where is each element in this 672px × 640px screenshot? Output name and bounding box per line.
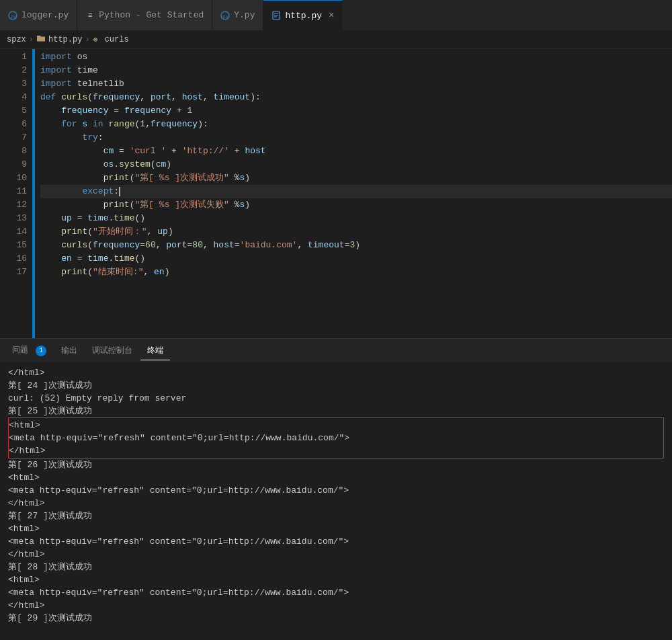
terminal-line-7: </html> (9, 444, 663, 457)
tab-label: http.py (285, 11, 322, 21)
terminal-line-2: 第[ 24 ]次测试成功 (8, 379, 664, 392)
problems-badge: 1 (36, 346, 46, 356)
code-line-2: import time (40, 64, 672, 77)
code-line-12: print("第[ %s ]次测试失败" %s) (40, 198, 672, 212)
panel-tab-bar: 问题 1 输出 调试控制台 终端 (0, 339, 672, 362)
svg-text:⊕: ⊕ (93, 36, 97, 44)
tab-logger[interactable]: py logger.py (0, 0, 77, 30)
close-tab-button[interactable]: × (329, 10, 334, 21)
code-line-7: try: (40, 131, 672, 145)
tab-httppy[interactable]: http.py × (263, 0, 343, 30)
terminal-line-16: 第[ 28 ]次测试成功 (8, 561, 664, 573)
tab-problems[interactable]: 问题 1 (5, 340, 53, 360)
code-line-1: import os (40, 50, 672, 64)
terminal-line-14: <meta http-equiv="refresh" content="0;ur… (8, 535, 664, 548)
code-line-6: for s in range(1,frequency): (40, 118, 672, 131)
tab-getstarted[interactable]: ≡ Python - Get Started (77, 0, 212, 30)
terminal-line-11: </html> (8, 497, 664, 510)
code-line-17: print("结束时间:", en) (40, 266, 672, 279)
tab-terminal[interactable]: 终端 (140, 341, 170, 360)
terminal-line-3: curl: (52) Empty reply from server (8, 392, 664, 405)
tab-label: Y.py (234, 10, 255, 20)
breadcrumb-root[interactable]: spzx (7, 35, 26, 44)
terminal-line-19: </html> (8, 599, 664, 612)
tab-debug-console[interactable]: 调试控制台 (85, 341, 139, 360)
terminal-line-6: <meta http-equiv="refresh" content="0;ur… (9, 432, 663, 444)
code-line-13: up = time.time() (40, 212, 672, 225)
tab-bar: py logger.py ≡ Python - Get Started py Y… (0, 0, 672, 31)
tab-output[interactable]: 输出 (54, 341, 84, 360)
breadcrumb: spzx › http.py › ⊕ curls (0, 31, 672, 49)
terminal-content[interactable]: </html> 第[ 24 ]次测试成功 curl: (52) Empty re… (0, 362, 672, 640)
code-line-15: curls(frequency=60, port=80, host='baidu… (40, 239, 672, 252)
breadcrumb-sep1: › (29, 35, 34, 44)
code-line-11: except: (40, 185, 672, 198)
output-label: 输出 (61, 346, 77, 356)
svg-text:py: py (11, 13, 16, 19)
debug-label: 调试控制台 (92, 346, 132, 356)
tab-ypy[interactable]: py Y.py (212, 0, 263, 30)
breadcrumb-file[interactable]: http.py (48, 35, 82, 44)
code-line-8: cm = 'curl ' + 'http://' + host (40, 145, 672, 158)
python-icon: py (220, 11, 230, 20)
function-icon: ⊕ (93, 34, 102, 46)
tab-label: logger.py (22, 10, 69, 20)
terminal-redbox: <html> <meta http-equiv="refresh" conten… (8, 417, 664, 458)
panel: 问题 1 输出 调试控制台 终端 </html> 第[ 24 ]次测试成功 cu… (0, 338, 672, 640)
code-line-10: print("第[ %s ]次测试成功" %s) (40, 171, 672, 185)
file-code-icon (271, 11, 281, 20)
terminal-line-5: <html> (9, 419, 663, 432)
code-line-4: def curls(frequency, port, host, timeout… (40, 91, 672, 104)
svg-text:py: py (223, 13, 228, 19)
terminal-line-13: <html> (8, 522, 664, 535)
terminal-label: 终端 (147, 346, 163, 356)
terminal-line-20: 第[ 29 ]次测试成功 (8, 612, 664, 625)
code-line-3: import telnetlib (40, 77, 672, 91)
code-line-14: print("开始时间：", up) (40, 225, 672, 239)
terminal-line-12: 第[ 27 ]次测试成功 (8, 510, 664, 522)
terminal-line-17: <html> (8, 573, 664, 586)
terminal-line-15: </html> (8, 548, 664, 561)
code-line-9: os.system(cm) (40, 158, 672, 171)
code-line-5: frequency = frequency + 1 (40, 104, 672, 118)
breadcrumb-sep2: › (85, 35, 89, 44)
line-numbers: 12345 678910 1112131415 1617 (0, 49, 32, 338)
terminal-line-1: </html> (8, 366, 664, 379)
code-line-16: en = time.time() (40, 252, 672, 266)
code-editor[interactable]: import os import time import telnetlib d… (35, 49, 672, 338)
problems-label: 问题 (12, 346, 28, 355)
python-icon: py (8, 11, 17, 20)
terminal-line-8: 第[ 26 ]次测试成功 (8, 458, 664, 471)
editor-area: 12345 678910 1112131415 1617 import os i… (0, 49, 672, 338)
terminal-line-18: <meta http-equiv="refresh" content="0;ur… (8, 586, 664, 599)
breadcrumb-function[interactable]: curls (105, 35, 129, 44)
file-icon: ≡ (85, 11, 95, 20)
terminal-line-4: 第[ 25 ]次测试成功 (8, 405, 664, 417)
terminal-line-9: <html> (8, 471, 664, 484)
folder-icon (36, 34, 46, 46)
terminal-line-10: <meta http-equiv="refresh" content="0;ur… (8, 484, 664, 497)
tab-label: Python - Get Started (99, 10, 204, 20)
